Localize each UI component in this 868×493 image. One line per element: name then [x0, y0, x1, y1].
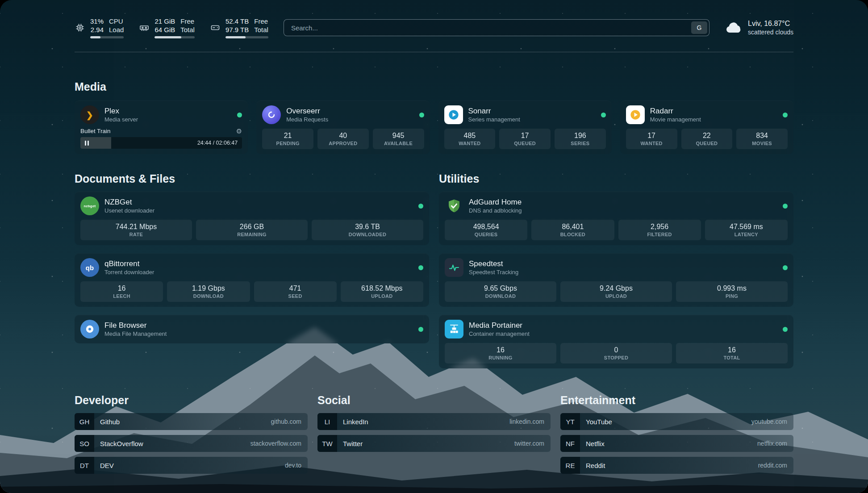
service-card-radarr[interactable]: Radarr Movie management 17WANTED 22QUEUE… [620, 100, 793, 154]
stat-label: UPLOAD [562, 293, 670, 299]
stat: 2,956FILTERED [618, 220, 701, 240]
bookmark-twitter[interactable]: TW Twitter twitter.com [317, 435, 551, 452]
service-card-plex[interactable]: ❯ Plex Media server Bullet Train ⚙ 24:44… [75, 100, 248, 154]
service-desc: Media server [104, 116, 138, 123]
filebrowser-meta: File Browser Media File Management [104, 321, 167, 338]
bookmark-name: Reddit [586, 462, 605, 469]
service-desc: Media File Management [104, 330, 167, 338]
service-card-sonarr[interactable]: Sonarr Series management 485WANTED 17QUE… [438, 100, 612, 154]
social-section-title: Social [317, 393, 551, 407]
service-card-filebrowser[interactable]: File Browser Media File Management [75, 315, 429, 343]
memory-free-label: Free [180, 17, 194, 25]
status-dot [783, 265, 788, 270]
portainer-icon [445, 320, 463, 338]
netflix-abbr-icon: NF [560, 435, 580, 452]
service-name: Speedtest [469, 259, 518, 268]
stat-label: REMAINING [198, 232, 306, 238]
plex-meta: Plex Media server [104, 106, 138, 123]
pause-icon[interactable] [85, 141, 89, 146]
stat-value: 498,564 [447, 222, 526, 231]
filebrowser-icon [80, 320, 99, 338]
bookmark-linkedin[interactable]: LI LinkedIn linkedin.com [317, 413, 551, 430]
stat-value: 39.6 TB [313, 222, 421, 231]
status-dot [783, 204, 788, 209]
memory-values: 21 GiB 64 GiB Free Total [154, 17, 195, 38]
nzbget-icon: nzbget [80, 196, 99, 215]
stat-label: TOTAL [678, 355, 786, 361]
stat-value: 2,956 [620, 222, 699, 231]
service-card-qbittorrent[interactable]: qb qBittorrent Torrent downloader 16LEEC… [75, 253, 429, 307]
qbittorrent-icon: qb [80, 258, 99, 277]
status-dot [237, 113, 242, 117]
service-card-adguard[interactable]: AdGuard Home DNS and adblocking 498,564Q… [439, 192, 793, 245]
search-input[interactable] [290, 24, 691, 32]
qbittorrent-meta: qBittorrent Torrent downloader [104, 259, 154, 276]
bookmark-dev[interactable]: DT DEV dev.to [75, 457, 308, 474]
playback-time: 24:44 / 02:06:47 [197, 140, 238, 146]
bookmark-url: dev.to [285, 462, 301, 469]
reddit-abbr-icon: RE [560, 457, 580, 474]
stat: 16RUNNING [445, 343, 556, 363]
service-name: Media Portainer [469, 321, 530, 330]
bookmark-name: Netflix [586, 440, 605, 447]
weather-location: Lviv, 16.87°C [748, 19, 793, 28]
stackoverflow-abbr-icon: SO [75, 435, 94, 452]
stat-label: BLOCKED [533, 232, 612, 238]
stat-label: PING [678, 293, 786, 299]
weather-text: Lviv, 16.87°C scattered clouds [748, 19, 793, 36]
disk-total-label: Total [254, 25, 268, 34]
dev-abbr-icon: DT [75, 457, 94, 474]
entertainment-section-title: Entertainment [560, 393, 793, 407]
status-dot [783, 327, 788, 332]
stat: 744.21 MbpsRATE [80, 220, 192, 240]
topbar-divider [75, 52, 793, 52]
stat-value: 17 [628, 131, 676, 140]
bookmark-netflix[interactable]: NF Netflix netflix.com [560, 435, 793, 452]
service-name: AdGuard Home [469, 197, 522, 207]
service-card-portainer[interactable]: Media Portainer Container management 16R… [439, 315, 793, 368]
service-desc: Series management [468, 116, 520, 123]
stat-label: QUEUED [683, 141, 731, 146]
cpu-label: CPU [109, 17, 123, 25]
search-bar: G [284, 19, 709, 36]
radarr-icon [626, 105, 645, 124]
service-card-speedtest[interactable]: Speedtest Speedtest Tracking 9.65 GbpsDO… [439, 253, 793, 307]
stat-value: 22 [683, 131, 731, 140]
stat: 266 GBREMAINING [196, 220, 308, 240]
stat: 834MOVIES [736, 129, 788, 149]
service-desc: Media Requests [286, 116, 328, 123]
portainer-meta: Media Portainer Container management [469, 321, 530, 338]
bookmark-reddit[interactable]: RE Reddit reddit.com [560, 457, 793, 474]
stat: 86,401BLOCKED [531, 220, 614, 240]
service-desc: DNS and adblocking [469, 207, 522, 214]
radarr-meta: Radarr Movie management [650, 106, 701, 123]
service-desc: Container management [469, 330, 530, 338]
overseerr-stats: 21PENDING 40APPROVED 945AVAILABLE [262, 129, 424, 149]
gear-icon[interactable]: ⚙ [236, 128, 242, 134]
stat-label: LEECH [82, 293, 161, 299]
stat-value: 9.65 Gbps [447, 284, 555, 292]
memory-total-label: Total [180, 25, 195, 34]
service-card-nzbget[interactable]: nzbget NZBGet Usenet downloader 744.21 M… [75, 192, 429, 245]
bookmark-youtube[interactable]: YT YouTube youtube.com [560, 413, 793, 430]
github-abbr-icon: GH [75, 413, 94, 430]
search-provider-button[interactable]: G [691, 21, 707, 34]
stat-value: 86,401 [533, 222, 612, 231]
bookmark-stackoverflow[interactable]: SO StackOverflow stackoverflow.com [75, 435, 308, 452]
nzbget-logo-text: nzbget [84, 204, 96, 208]
disk-values: 52.4 TB 97.9 TB Free Total [225, 17, 268, 38]
bookmark-name: StackOverflow [100, 440, 143, 447]
stat-value: 1.19 Gbps [169, 284, 248, 292]
stat-label: STOPPED [562, 355, 670, 361]
documents-section-title: Documents & Files [75, 172, 429, 185]
plex-player-bar[interactable]: 24:44 / 02:06:47 [80, 137, 242, 149]
bookmark-url: reddit.com [758, 462, 787, 469]
stat: 618.52 MbpsUPLOAD [341, 281, 423, 302]
service-card-overseerr[interactable]: Overseerr Media Requests 21PENDING 40APP… [256, 100, 430, 154]
utilities-section-title: Utilities [439, 172, 793, 185]
portainer-stats: 16RUNNING 0STOPPED 16TOTAL [445, 343, 788, 363]
bookmark-name: Github [100, 418, 120, 426]
stat-label: SERIES [556, 141, 604, 146]
stat: 16TOTAL [676, 343, 788, 363]
bookmark-github[interactable]: GH Github github.com [75, 413, 308, 430]
